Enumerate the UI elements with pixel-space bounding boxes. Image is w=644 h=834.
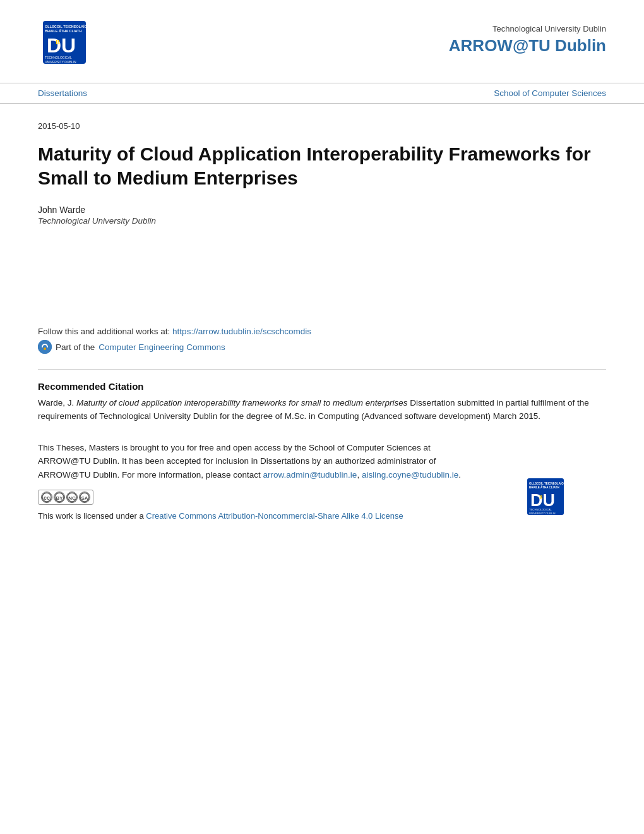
paper-title: Maturity of Cloud Application Interopera… [38,142,606,190]
author-institution: Technological University Dublin [38,216,606,226]
citation-plain: Warde, J. [38,398,76,408]
contact-link-2[interactable]: aisling.coyne@tudublin.ie [362,470,458,480]
svg-text:BHAILE ÁTHA CLIATH: BHAILE ÁTHA CLIATH [529,485,559,489]
theses-text: This Theses, Masters is brought to you f… [38,441,480,482]
svg-text:B: B [56,39,60,45]
svg-text:TECHNOLOGICAL: TECHNOLOGICAL [529,508,552,511]
svg-text:BY: BY [56,495,63,501]
right-column: DU OLLSCOIL TEICNEOLAÍOCHTA BHAILE ÁTHA … [480,441,606,522]
author-name: John Warde [38,205,606,215]
svg-text:OLLSCOIL TEICNEOLAÍOCHTA: OLLSCOIL TEICNEOLAÍOCHTA [45,24,97,28]
citation-heading: Recommended Citation [38,381,606,392]
svg-text:DU: DU [47,34,76,57]
arrow-link[interactable]: ARROW@TU Dublin [449,36,606,55]
cc-license-icons: cc BY NC [38,490,480,505]
sa-circle: SA [79,492,90,503]
svg-text:SA: SA [81,495,88,501]
svg-text:NC: NC [68,495,76,501]
svg-text:BHAILE ÁTHA CLIATH: BHAILE ÁTHA CLIATH [45,29,81,33]
svg-text:TECHNOLOGICAL: TECHNOLOGICAL [45,56,72,59]
citation-section: Recommended Citation Warde, J. Maturity … [38,381,606,423]
citation-text: Warde, J. Maturity of cloud application … [38,397,606,423]
part-of-label: Part of the [56,342,95,352]
page-header: DU OLLSCOIL TEICNEOLAÍOCHTA BHAILE ÁTHA … [0,0,644,83]
school-link[interactable]: School of Computer Sciences [494,88,606,98]
follow-section: Follow this and additional works at: htt… [38,327,606,354]
license-text: This work is licensed under a Creative C… [38,510,480,523]
svg-text:OLLSCOIL TEICNEOLAÍOCHTA: OLLSCOIL TEICNEOLAÍOCHTA [529,481,572,485]
part-of-line: Part of the Computer Engineering Commons [38,340,606,354]
svg-point-8 [40,342,50,352]
tu-dublin-logo: DU OLLSCOIL TEICNEOLAÍOCHTA BHAILE ÁTHA … [38,18,136,71]
logo-area: DU OLLSCOIL TEICNEOLAÍOCHTA BHAILE ÁTHA … [38,18,136,71]
svg-point-9 [44,348,46,350]
svg-text:UNIVERSITY DUBLIN: UNIVERSITY DUBLIN [529,512,556,515]
by-circle: BY [54,492,65,503]
follow-text: Follow this and additional works at: htt… [38,327,606,336]
svg-text:DU: DU [530,491,555,510]
svg-text:cc: cc [44,495,50,501]
svg-text:UNIVERSITY DUBLIN: UNIVERSITY DUBLIN [45,60,76,64]
citation-italic: Maturity of cloud application interopera… [76,398,407,408]
contact-link-1[interactable]: arrow.admin@tudublin.ie [263,470,357,480]
cc-badge: cc BY NC [38,490,93,505]
section-divider [38,369,606,370]
bottom-tu-dublin-logo: DU OLLSCOIL TEICNEOLAÍOCHTA BHAILE ÁTHA … [524,476,606,522]
institution-name: Technological University Dublin [449,24,606,33]
left-column: This Theses, Masters is brought to you f… [38,441,480,522]
main-content: 2015-05-10 Maturity of Cloud Application… [0,104,644,547]
cc-circle: cc [41,492,52,503]
svg-text:B: B [539,495,543,500]
follow-url[interactable]: https://arrow.tudublin.ie/scschcomdis [172,327,311,336]
header-right: Technological University Dublin ARROW@TU… [449,18,606,56]
nc-circle: NC [66,492,78,503]
commons-icon [38,340,52,354]
bottom-section: This Theses, Masters is brought to you f… [38,441,606,522]
dissertations-link[interactable]: Dissertations [38,88,87,98]
license-link[interactable]: Creative Commons Attribution-Noncommerci… [146,511,403,521]
commons-link[interactable]: Computer Engineering Commons [98,342,225,352]
paper-date: 2015-05-10 [38,121,606,131]
nav-bar: Dissertations School of Computer Science… [0,83,644,104]
